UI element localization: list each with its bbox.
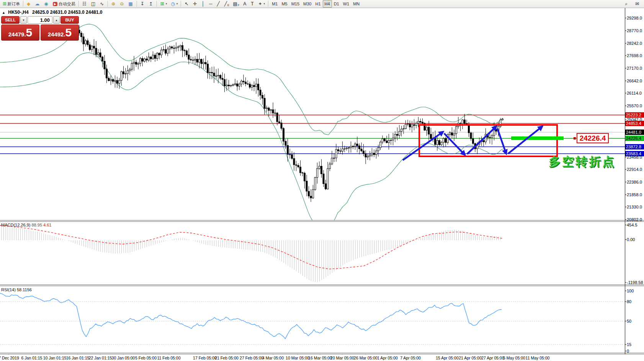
tf-d1-button[interactable]: D1 (332, 0, 341, 8)
rsi-axis-label: 15 (627, 342, 631, 347)
rsi-line (0, 293, 502, 338)
time-axis-label: 15 Apr 05:00 (436, 356, 459, 360)
time-axis-label: 11 May 05:00 (526, 356, 550, 360)
volume-decrease-button[interactable]: ▼ (20, 16, 27, 24)
price-axis-label: 21858.0 (627, 192, 642, 197)
rsi-axis-label: 100 (627, 289, 634, 293)
vline-button[interactable]: │ (199, 0, 207, 8)
add-indicator-button[interactable]: ⊞▾ (159, 0, 169, 8)
tf-m5-button[interactable]: M5 (280, 0, 289, 8)
candlestick-chart-button[interactable]: ◫ (89, 0, 98, 8)
volume-input[interactable] (28, 16, 52, 24)
fibonacci-icon: ▤ (233, 2, 237, 6)
tf-m1-label: M1 (272, 2, 278, 6)
tf-m5-label: M5 (281, 2, 287, 6)
new-order-button[interactable]: ⊞新订单 (1, 0, 22, 8)
fibonacci-button[interactable]: ▤F (231, 0, 242, 8)
tf-m30-button[interactable]: M30 (301, 0, 313, 8)
sell-price[interactable]: 24479.5 (1, 25, 39, 41)
tf-d1-label: D1 (334, 2, 339, 6)
autotrading-button[interactable]: ▶自动交易 (51, 0, 77, 8)
price-axis-label: 27698.0 (627, 53, 642, 58)
price-axis-badge: 23583.4 (625, 151, 644, 156)
chat-button[interactable]: ✉ (633, 0, 642, 8)
trendline-button[interactable]: ╱ (215, 0, 222, 8)
cursor-icon: ↖ (185, 2, 188, 6)
time-axis-label: 30 Jan 05:00 (112, 356, 135, 360)
arrows-button[interactable]: ✦▾ (257, 0, 267, 8)
tf-m15-button[interactable]: M15 (289, 0, 301, 8)
search-button[interactable]: ⌕ (623, 0, 630, 8)
chart-shift-button[interactable]: ↥ (147, 0, 155, 8)
time-axis[interactable]: 7 Dec 20196 Jan 01:1510 Jan 01:1516 Jan … (0, 354, 644, 361)
price-axis-badge: 23872.8 (625, 144, 644, 149)
price-axis-label: 25570.0 (627, 103, 642, 108)
hline-button[interactable]: ─ (207, 0, 215, 8)
line-chart-button[interactable]: ∿ (98, 0, 106, 8)
text-button[interactable]: A (241, 0, 249, 8)
pivot-note-text[interactable]: 多空转折点 (549, 154, 616, 170)
chat-icon: ✉ (635, 2, 639, 6)
signals-button[interactable]: ◉ (42, 0, 51, 8)
channel-button[interactable]: ╱E (222, 0, 231, 8)
zoom-out-button[interactable]: ⊖ (118, 0, 126, 8)
price-axis-badge: 25223.2 (625, 112, 644, 118)
text-label-button[interactable]: T (249, 0, 256, 8)
arrows-icon: ✦ (258, 2, 262, 6)
time-axis-label: 21 Apr 05:00 (459, 356, 482, 360)
buy-button[interactable]: BUY (60, 16, 79, 24)
text-icon: A (243, 2, 246, 6)
toolbar-separator (181, 1, 181, 7)
price-axis-label: 28242.0 (627, 41, 642, 46)
auto-scroll-button[interactable]: ↧ (139, 0, 147, 8)
zoom-in-button[interactable]: ⊕ (110, 0, 118, 8)
price-axis-label: 21330.0 (627, 205, 642, 209)
search-icon: ⌕ (625, 2, 628, 6)
new-order-icon: ⊞ (3, 2, 7, 6)
periods-icon: ◷ (171, 2, 175, 6)
time-axis-label: 17 Feb 05:00 (193, 356, 217, 360)
price-tag-anchor (574, 137, 576, 139)
chart-title: ▲ HK50-,H4 24625.0 24631.0 24453.0 24481… (2, 10, 102, 15)
trendline-icon: ╱ (217, 2, 219, 6)
community-button[interactable]: ☁ (33, 0, 42, 8)
time-axis-label: 1 Apr 05:00 (377, 356, 398, 360)
tf-w1-button[interactable]: W1 (341, 0, 351, 8)
chart-canvas[interactable] (0, 0, 644, 361)
tf-mn-button[interactable]: MN (351, 0, 361, 8)
price-axis-label: 26114.0 (627, 91, 642, 95)
rsi-indicator-label: RSI(14) 58.1156 (1, 287, 32, 292)
vline-icon: │ (201, 2, 204, 6)
periods-button[interactable]: ◷▾ (169, 0, 180, 8)
tf-m1-button[interactable]: M1 (270, 0, 280, 8)
signals-icon: ◉ (44, 2, 48, 6)
toolbar: ⊞新订单◆☁◉▶自动交易☷◫∿⊕⊖▦↧↥⊞▾◷▾↖✛│─╱╱E▤FAT✦▾M1M… (0, 0, 644, 8)
tile-windows-icon: ▦ (128, 2, 132, 6)
time-axis-label: 16 Jan 01:15 (66, 356, 90, 360)
one-click-trading-panel: SELL ▼ ▲ BUY 24479.5 24492.5 (1, 16, 79, 41)
macd-main-value: 88.95 (31, 223, 42, 227)
sell-button[interactable]: SELL (1, 16, 20, 24)
time-axis-label: 26 Mar 05:00 (354, 356, 378, 360)
buy-price-main: 24492. (48, 27, 65, 42)
buy-price[interactable]: 24492.5 (41, 25, 79, 41)
price-level-tag[interactable]: 24226.4 (577, 133, 609, 143)
price-axis-badge: 24853.4 (625, 121, 644, 126)
candlestick-series (78, 25, 503, 202)
toolbar-separator (108, 1, 108, 7)
time-axis-label: 27 Apr 05:00 (481, 356, 504, 360)
volume-increase-button[interactable]: ▲ (53, 16, 60, 24)
rsi-axis-label: 0 (627, 349, 629, 353)
trend-arrow (508, 126, 542, 154)
ohlc-collapse-icon[interactable]: ▲ (2, 11, 5, 15)
favorites-button[interactable]: ◆ (25, 0, 33, 8)
bar-chart-button[interactable]: ☷ (80, 0, 89, 8)
tf-h1-button[interactable]: H1 (314, 0, 323, 8)
crosshair-button[interactable]: ✛ (191, 0, 199, 8)
cursor-button[interactable]: ↖ (183, 0, 191, 8)
time-axis-label: 7 Apr 05:00 (400, 356, 421, 360)
time-axis-label: 10 Jan 01:15 (43, 356, 67, 360)
price-axis-label: 20802.0 (627, 217, 642, 222)
tile-windows-button[interactable]: ▦ (126, 0, 135, 8)
tf-h4-button[interactable]: H4 (323, 0, 332, 8)
